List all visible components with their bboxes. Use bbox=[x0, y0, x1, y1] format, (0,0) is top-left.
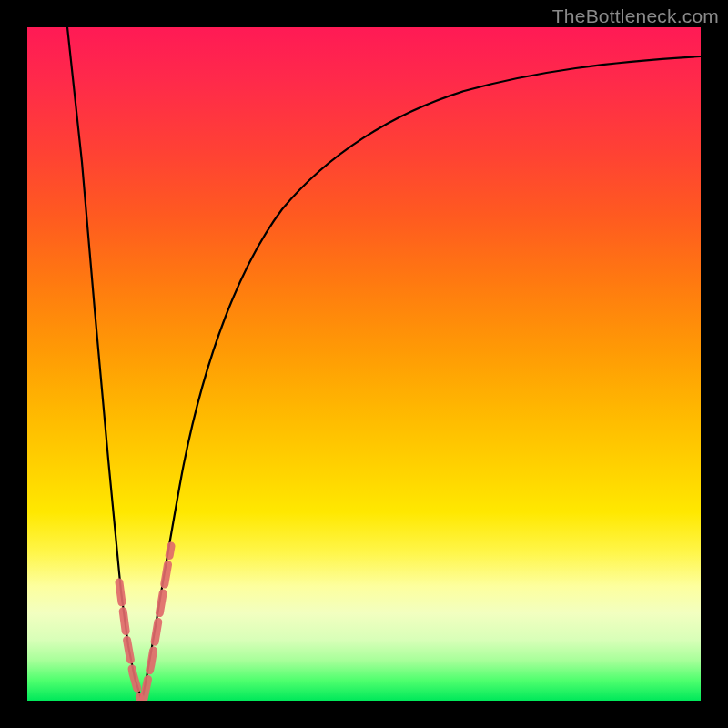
curve-right-branch bbox=[142, 56, 701, 701]
plot-area bbox=[27, 27, 701, 701]
watermark-text: TheBottleneck.com bbox=[552, 5, 719, 27]
curve-left-branch bbox=[67, 27, 142, 701]
chart-frame: TheBottleneck.com bbox=[0, 0, 728, 728]
highlight-right-dash bbox=[144, 546, 171, 699]
highlight-left-dash bbox=[119, 582, 140, 699]
bottleneck-curve bbox=[27, 27, 701, 701]
